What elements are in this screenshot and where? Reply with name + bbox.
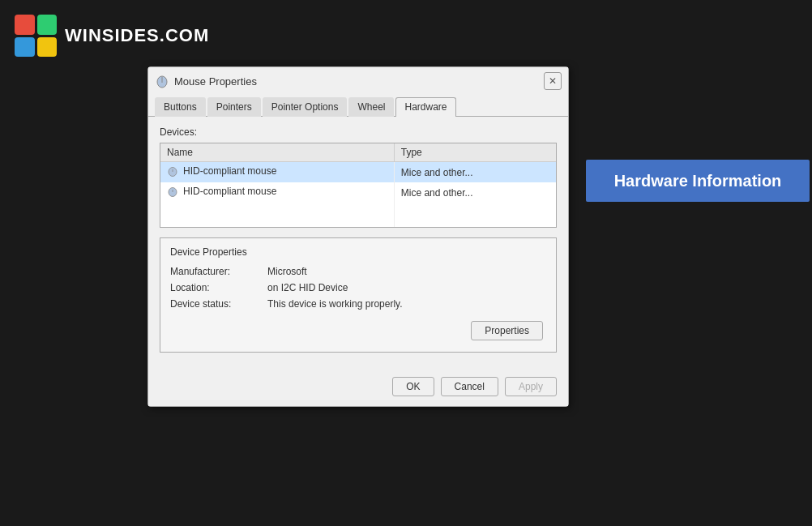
col-header-type: Type <box>394 143 556 162</box>
svg-rect-1 <box>162 77 163 80</box>
device-row1-type: Mice and other... <box>394 162 556 183</box>
mouse-properties-dialog: Mouse Properties ✕ Buttons Pointers Poin… <box>147 66 569 407</box>
status-value: This device is working properly. <box>267 298 403 310</box>
device-properties-title: Device Properties <box>170 246 546 258</box>
device-icon-row1: HID-compliant mouse <box>167 165 276 177</box>
manufacturer-label: Manufacturer: <box>170 266 267 277</box>
logo-cell-blue <box>15 37 35 58</box>
logo-cell-green <box>37 15 58 35</box>
dialog-footer: OK Cancel Apply <box>148 370 568 406</box>
tab-pointer-options[interactable]: Pointer Options <box>263 97 348 117</box>
tab-buttons[interactable]: Buttons <box>155 97 206 117</box>
title-bar-left: Mouse Properties <box>155 74 257 88</box>
device-properties-section: Device Properties Manufacturer: Microsof… <box>160 237 557 353</box>
mouse-icon-2 <box>167 186 178 197</box>
location-label: Location: <box>170 282 267 293</box>
status-label: Device status: <box>170 298 267 310</box>
table-row[interactable]: HID-compliant mouse Mice and other... <box>160 162 556 183</box>
device-row1-name: HID-compliant mouse <box>183 165 276 177</box>
hardware-information-badge: Hardware Information <box>586 160 810 202</box>
tabs-bar: Buttons Pointers Pointer Options Wheel H… <box>148 93 568 117</box>
device-name-cell: HID-compliant mouse <box>160 162 394 183</box>
device-table: Name Type HID-compliant mouse <box>160 143 556 227</box>
logo-cell-yellow <box>37 37 58 58</box>
close-button[interactable]: ✕ <box>544 72 562 90</box>
device-table-wrapper: Name Type HID-compliant mouse <box>160 143 557 228</box>
device-icon-row2: HID-compliant mouse <box>167 186 276 197</box>
table-row[interactable]: HID-compliant mouse Mice and other... <box>160 182 556 203</box>
logo-area: WINSIDES.COM <box>15 15 209 57</box>
logo-grid <box>15 15 57 57</box>
device-row2-name: HID-compliant mouse <box>183 186 276 197</box>
ok-button[interactable]: OK <box>392 377 434 396</box>
tab-content: Devices: Name Type <box>148 117 568 370</box>
tab-hardware[interactable]: Hardware <box>395 97 455 117</box>
tab-wheel[interactable]: Wheel <box>348 97 394 117</box>
mouse-icon-1 <box>167 165 178 177</box>
device-row2-type: Mice and other... <box>394 182 556 203</box>
properties-btn-row: Properties <box>170 314 546 344</box>
device-name-cell: HID-compliant mouse <box>160 182 394 203</box>
cancel-button[interactable]: Cancel <box>441 377 498 396</box>
prop-row-status: Device status: This device is working pr… <box>170 298 546 310</box>
devices-label: Devices: <box>160 126 557 138</box>
logo-cell-red <box>15 15 35 35</box>
prop-row-location: Location: on I2C HID Device <box>170 282 546 293</box>
location-value: on I2C HID Device <box>267 282 348 293</box>
apply-button[interactable]: Apply <box>505 377 557 396</box>
prop-row-manufacturer: Manufacturer: Microsoft <box>170 266 546 277</box>
tab-pointers[interactable]: Pointers <box>207 97 261 117</box>
dialog-title: Mouse Properties <box>174 75 257 88</box>
dialog-title-icon <box>155 74 169 88</box>
logo-text: WINSIDES.COM <box>65 25 209 46</box>
title-bar: Mouse Properties ✕ <box>148 67 568 93</box>
table-spacer <box>160 203 556 227</box>
col-header-name: Name <box>160 143 394 162</box>
manufacturer-value: Microsoft <box>267 266 307 277</box>
properties-button[interactable]: Properties <box>471 321 543 340</box>
